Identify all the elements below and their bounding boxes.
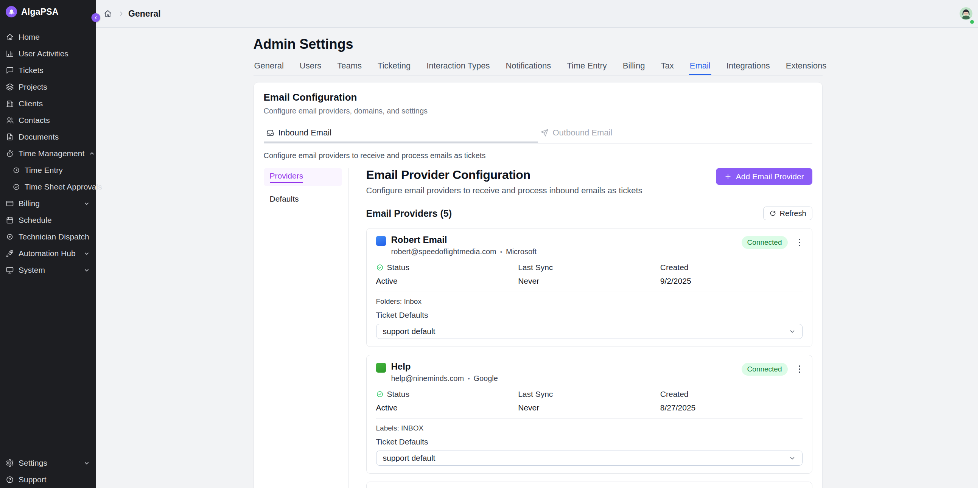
tab-ticketing[interactable]: Ticketing [377, 59, 411, 75]
chevron-down-icon [84, 460, 90, 466]
email-provider-card: Robert Email robert@speedoflightmedia.co… [366, 228, 812, 347]
sidebar-item-tickets[interactable]: Tickets [0, 62, 96, 79]
sidebar-item-label: Technician Dispatch [19, 232, 89, 242]
clock-icon [13, 167, 20, 174]
breadcrumb-current[interactable]: General [128, 9, 161, 19]
tab-interaction-types[interactable]: Interaction Types [426, 59, 490, 75]
sidebar-item-schedule[interactable]: Schedule [0, 212, 96, 229]
tab-billing[interactable]: Billing [622, 59, 646, 75]
tab-label: Inbound Email [278, 128, 332, 138]
tab-label: Outbound Email [553, 128, 612, 138]
sidebar-item-system[interactable]: System [0, 262, 96, 278]
provider-meta: Folders: Inbox [376, 297, 803, 306]
panel-title: Email Configuration [264, 92, 812, 103]
sidebar-item-billing[interactable]: Billing [0, 195, 96, 212]
tab-tax[interactable]: Tax [660, 59, 674, 75]
page-content: Admin Settings General Users Teams Ticke… [96, 28, 980, 488]
send-icon [540, 129, 549, 137]
user-avatar[interactable] [959, 7, 972, 20]
tab-users[interactable]: Users [299, 59, 322, 75]
ticket-defaults-select[interactable]: support default [376, 324, 803, 339]
tab-email[interactable]: Email [689, 59, 711, 75]
chevron-down-icon [84, 267, 90, 273]
provider-vendor: Google [473, 374, 498, 383]
tab-inbound-email[interactable]: Inbound Email [264, 124, 538, 143]
sidebar-bottom-nav: Settings Support [0, 455, 96, 488]
refresh-icon [769, 210, 776, 217]
sidebar-item-label: Clients [19, 99, 43, 108]
refresh-button[interactable]: Refresh [763, 207, 812, 220]
breadcrumb-home-button[interactable] [102, 8, 114, 20]
sidebar-item-settings[interactable]: Settings [0, 455, 96, 471]
locate-icon [6, 233, 14, 241]
subnav-item-providers[interactable]: Providers [264, 168, 342, 186]
sidebar-nav: Home User Activities Tickets Projects Cl… [0, 22, 96, 282]
chevron-down-icon [84, 250, 90, 256]
card-divider [376, 292, 803, 292]
sidebar-item-label: Documents [19, 132, 59, 141]
email-provider-card: Info info@nineminds.com • Google C [366, 482, 812, 488]
layers-icon [6, 83, 14, 91]
sidebar-item-time-entry[interactable]: Time Entry [0, 162, 96, 178]
sidebar-item-time-management[interactable]: Time Management [0, 145, 96, 162]
tab-teams[interactable]: Teams [336, 59, 363, 75]
sidebar-divider [0, 282, 96, 282]
status-badge: Connected [741, 236, 788, 249]
created-value: 9/2/2025 [660, 277, 803, 286]
add-button-label: Add Email Provider [736, 172, 804, 181]
sidebar-item-home[interactable]: Home [0, 29, 96, 45]
sidebar-item-projects[interactable]: Projects [0, 79, 96, 95]
kebab-menu-button[interactable] [797, 363, 803, 375]
monitor-icon [6, 266, 14, 274]
sidebar-item-label: Time Entry [25, 166, 63, 175]
sidebar-item-contacts[interactable]: Contacts [0, 112, 96, 129]
ticket-defaults-select[interactable]: support default [376, 451, 803, 466]
sidebar-item-support[interactable]: Support [0, 471, 96, 488]
building-icon [6, 100, 14, 108]
select-value: support default [383, 453, 436, 463]
app-logo-icon [6, 6, 17, 17]
email-configuration-panel: Email Configuration Configure email prov… [253, 82, 822, 488]
provider-email: help@nineminds.com [391, 374, 464, 383]
dot-separator: • [500, 248, 502, 255]
kebab-menu-button[interactable] [797, 237, 803, 248]
sidebar-item-clients[interactable]: Clients [0, 95, 96, 112]
chevron-left-icon [94, 16, 98, 20]
scrollbar-track[interactable] [978, 0, 980, 488]
sidebar-collapse-button[interactable] [92, 13, 100, 22]
sidebar-item-label: Tickets [19, 66, 43, 75]
stat-label: Last Sync [518, 263, 553, 272]
email-subnav: Providers Defaults [264, 168, 348, 488]
sidebar-item-automation-hub[interactable]: Automation Hub [0, 245, 96, 262]
settings-tabs: General Users Teams Ticketing Interactio… [253, 59, 822, 76]
provider-email: robert@speedoflightmedia.com [391, 247, 496, 256]
section-subtitle: Configure email providers to receive and… [366, 186, 643, 196]
sidebar-header: AlgaPSA [0, 0, 96, 22]
subnav-item-defaults[interactable]: Defaults [264, 191, 342, 207]
card-divider [376, 418, 803, 419]
chevron-up-icon [89, 151, 95, 157]
users-icon [6, 116, 14, 124]
created-value: 8/27/2025 [660, 403, 803, 412]
chevron-down-icon [789, 455, 796, 461]
bar-chart-icon [6, 49, 14, 58]
sidebar-item-documents[interactable]: Documents [0, 129, 96, 145]
tab-outbound-email[interactable]: Outbound Email [538, 124, 812, 143]
app-window: AlgaPSA Home User Activities Tickets Pro… [0, 0, 980, 488]
tab-extensions[interactable]: Extensions [785, 59, 827, 75]
add-email-provider-button[interactable]: Add Email Provider [716, 168, 812, 185]
breadcrumb-chevron-icon [118, 11, 124, 17]
sidebar-item-user-activities[interactable]: User Activities [0, 45, 96, 62]
sidebar-item-time-sheet-approvals[interactable]: Time Sheet Approvals [0, 178, 96, 195]
last-sync-value: Never [518, 403, 660, 412]
provider-configuration-section: Email Provider Configuration Configure e… [348, 168, 812, 488]
check-circle-icon [376, 264, 384, 271]
stat-label: Created [660, 389, 689, 399]
tab-time-entry[interactable]: Time Entry [566, 59, 608, 75]
sidebar-item-technician-dispatch[interactable]: Technician Dispatch [0, 229, 96, 245]
sidebar-item-label: Time Sheet Approvals [25, 182, 102, 191]
tab-integrations[interactable]: Integrations [726, 59, 771, 75]
tab-notifications[interactable]: Notifications [505, 59, 552, 75]
tab-general[interactable]: General [253, 59, 285, 75]
stat-label: Status [387, 263, 410, 272]
